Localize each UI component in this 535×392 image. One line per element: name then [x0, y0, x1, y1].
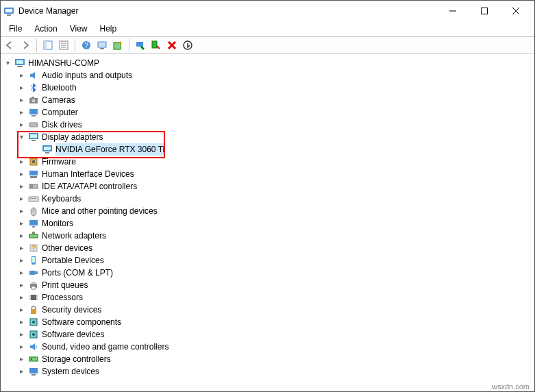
tree-item-bluetooth[interactable]: ▸Bluetooth — [16, 82, 533, 94]
tree-root[interactable]: ▾ HIMANSHU-COMP — [2, 57, 533, 69]
forward-button[interactable] — [18, 38, 33, 53]
tree-item-monitors[interactable]: ▸Monitors — [16, 217, 533, 230]
tree-item-keyboards[interactable]: ▸Keyboards — [16, 193, 533, 205]
system-icon — [28, 366, 39, 377]
chevron-right-icon[interactable]: ▸ — [17, 207, 25, 215]
chevron-right-icon[interactable]: ▸ — [17, 232, 25, 240]
toolbar-sep — [129, 38, 129, 52]
chevron-right-icon[interactable]: ▸ — [17, 367, 25, 376]
network-icon — [28, 230, 39, 241]
add-legacy-button[interactable] — [180, 38, 195, 53]
chevron-right-icon[interactable]: ▸ — [17, 121, 25, 129]
tree-item-audio[interactable]: ▸Audio inputs and outputs — [16, 69, 533, 82]
svg-rect-33 — [32, 140, 36, 141]
svg-point-25 — [32, 99, 36, 103]
device-tree-panel[interactable]: ▾ HIMANSHU-COMP ▸Audio inputs and output… — [1, 53, 534, 391]
chevron-right-icon[interactable]: ▸ — [17, 293, 25, 302]
svg-rect-52 — [29, 234, 38, 238]
app-icon — [3, 5, 14, 16]
chevron-right-icon[interactable]: ▸ — [17, 195, 25, 203]
svg-rect-38 — [32, 160, 35, 163]
tree-item-label: Ports (COM & LPT) — [42, 267, 113, 279]
bluetooth-icon — [28, 82, 39, 93]
chevron-right-icon[interactable]: ▸ — [17, 343, 25, 351]
tree-item-storage[interactable]: ▸Storage controllers — [16, 353, 533, 365]
disable-device-button[interactable] — [149, 38, 164, 53]
svg-rect-73 — [29, 357, 38, 361]
tree-item-disk[interactable]: ▸Disk drives — [16, 119, 533, 131]
chevron-right-icon[interactable]: ▸ — [17, 182, 25, 191]
tree-item-sound[interactable]: ▸Sound, video and game controllers — [16, 341, 533, 353]
chevron-down-icon[interactable]: ▾ — [3, 59, 12, 67]
tree-item-label: NVIDIA GeForce RTX 3060 Ti — [55, 143, 164, 156]
chevron-right-icon[interactable]: ▸ — [17, 244, 25, 252]
svg-rect-35 — [44, 147, 51, 150]
svg-rect-63 — [31, 295, 36, 300]
menu-action[interactable]: Action — [29, 23, 62, 35]
chevron-right-icon[interactable]: ▸ — [17, 256, 25, 265]
chevron-right-icon[interactable]: ▸ — [17, 318, 25, 326]
port-icon — [28, 267, 39, 278]
chevron-down-icon[interactable]: ▾ — [17, 133, 25, 141]
chevron-right-icon[interactable]: ▸ — [17, 71, 25, 79]
tree-item-network[interactable]: ▸Network adapters — [16, 230, 533, 242]
menu-view[interactable]: View — [64, 23, 93, 35]
tree-item-mice[interactable]: ▸Mice and other pointing devices — [16, 205, 533, 217]
tree-item-label: Storage controllers — [42, 353, 111, 365]
toolbar: ? — [1, 36, 534, 54]
chevron-right-icon[interactable]: ▸ — [17, 330, 25, 339]
tree-item-display[interactable]: ▾Display adapters — [16, 131, 533, 143]
maximize-button[interactable] — [469, 1, 500, 21]
tree-item-ide[interactable]: ▸IDE ATA/ATAPI controllers — [16, 180, 533, 193]
tree-item-portable[interactable]: ▸Portable Devices — [16, 254, 533, 267]
tree-item-softcomp[interactable]: ▸Software components — [16, 316, 533, 328]
tree-item-security[interactable]: ▸Security devices — [16, 304, 533, 316]
tree-item-softdev[interactable]: ▸Software devices — [16, 328, 533, 341]
svg-rect-23 — [17, 66, 23, 67]
tree-item-ports[interactable]: ▸Ports (COM & LPT) — [16, 267, 533, 279]
chevron-right-icon[interactable]: ▸ — [17, 355, 25, 363]
menu-help[interactable]: Help — [95, 23, 123, 35]
chevron-right-icon[interactable]: ▸ — [17, 108, 25, 117]
hid-icon — [28, 169, 39, 180]
chevron-right-icon[interactable]: ▸ — [17, 84, 25, 92]
enable-device-button[interactable] — [133, 38, 148, 53]
back-button[interactable] — [2, 38, 17, 53]
tree-item-printq[interactable]: ▸Print queues — [16, 279, 533, 291]
uninstall-button[interactable] — [164, 38, 179, 53]
tree-item-display-child[interactable]: NVIDIA GeForce RTX 3060 Ti — [29, 143, 533, 156]
svg-rect-22 — [16, 60, 23, 64]
tree-item-other[interactable]: ▸?Other devices — [16, 242, 533, 254]
show-hide-tree-button[interactable] — [40, 38, 55, 53]
properties-button[interactable] — [56, 38, 71, 53]
display-icon — [42, 144, 53, 155]
tree-item-computer[interactable]: ▸Computer — [16, 106, 533, 119]
toolbar-sep — [36, 38, 37, 52]
svg-rect-62 — [32, 286, 36, 289]
close-button[interactable] — [500, 1, 532, 21]
tree-item-cameras[interactable]: ▸Cameras — [16, 94, 533, 106]
svg-rect-26 — [32, 97, 34, 98]
menu-file[interactable]: File — [3, 23, 27, 35]
lock-icon — [28, 304, 39, 315]
minimize-button[interactable] — [437, 1, 469, 21]
printer-icon — [28, 280, 39, 291]
update-driver-button[interactable] — [110, 38, 125, 53]
chevron-right-icon[interactable]: ▸ — [17, 269, 25, 277]
camera-icon — [28, 95, 39, 106]
chevron-right-icon[interactable]: ▸ — [17, 158, 25, 166]
chevron-right-icon[interactable]: ▸ — [17, 281, 25, 289]
tree-item-processors[interactable]: ▸Processors — [16, 291, 533, 304]
help-button[interactable]: ? — [79, 38, 94, 53]
chevron-right-icon[interactable]: ▸ — [17, 170, 25, 178]
tree-item-label: Other devices — [42, 242, 92, 254]
tree-item-firmware[interactable]: ▸Firmware — [16, 156, 533, 168]
chevron-right-icon[interactable]: ▸ — [17, 219, 25, 228]
blank-expander — [31, 145, 39, 154]
chevron-right-icon[interactable]: ▸ — [17, 96, 25, 104]
tree-item-system[interactable]: ▸System devices — [16, 365, 533, 378]
tree-item-label: Software components — [42, 316, 121, 328]
scan-button[interactable] — [95, 38, 110, 53]
tree-item-hid[interactable]: ▸Human Interface Devices — [16, 168, 533, 180]
chevron-right-icon[interactable]: ▸ — [17, 306, 25, 314]
